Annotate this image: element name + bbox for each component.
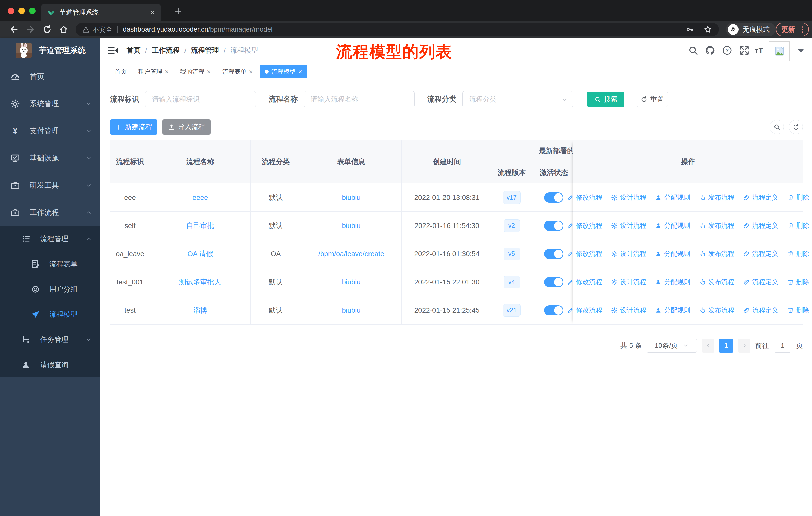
- sidebar-item-home[interactable]: 首页: [0, 63, 100, 90]
- prev-page-button[interactable]: [702, 338, 714, 353]
- page-size-select[interactable]: 10条/页: [647, 338, 697, 353]
- action-design[interactable]: 设计流程: [611, 306, 646, 315]
- goto-page-input[interactable]: [774, 338, 791, 353]
- version-tag[interactable]: v21: [503, 304, 521, 317]
- category-select[interactable]: 流程分类: [462, 91, 573, 107]
- process-name-input[interactable]: [304, 91, 414, 107]
- browser-tab[interactable]: 芋道管理系统 ×: [41, 3, 161, 21]
- browser-update-button[interactable]: 更新: [776, 23, 809, 36]
- action-assign[interactable]: 分配规则: [655, 221, 690, 230]
- fullscreen-icon[interactable]: [739, 45, 750, 56]
- sidebar-item-leave-query[interactable]: 请假查询: [0, 352, 100, 377]
- breadcrumb-item[interactable]: 首页: [126, 46, 141, 55]
- address-bar[interactable]: 不安全 dashboard.yudao.iocoder.cn/bpm/manag…: [76, 23, 719, 36]
- toggle-search-button[interactable]: [770, 120, 784, 134]
- sidebar-logo[interactable]: 芋道管理系统: [0, 38, 100, 63]
- form-link[interactable]: /bpm/oa/leave/create: [318, 250, 384, 258]
- sidebar-item-payment[interactable]: 支付管理: [0, 117, 100, 145]
- status-toggle[interactable]: [544, 277, 563, 287]
- sidebar-item-process-form[interactable]: 流程表单: [0, 251, 100, 277]
- action-definition[interactable]: 流程定义: [743, 278, 779, 287]
- action-delete[interactable]: 删除: [787, 249, 810, 258]
- form-link[interactable]: biubiu: [342, 278, 361, 286]
- tab-tenant[interactable]: 租户管理×: [134, 65, 173, 78]
- sidebar-item-infra[interactable]: 基础设施: [0, 145, 100, 172]
- action-publish[interactable]: 发布流程: [699, 221, 734, 230]
- close-icon[interactable]: ×: [298, 68, 302, 75]
- action-definition[interactable]: 流程定义: [743, 306, 779, 315]
- home-icon[interactable]: [59, 25, 68, 34]
- font-size-icon[interactable]: [754, 45, 765, 56]
- status-toggle[interactable]: [544, 192, 563, 202]
- search-button[interactable]: 搜索: [587, 92, 625, 107]
- action-edit[interactable]: 修改流程: [567, 249, 602, 258]
- window-minimize-button[interactable]: [18, 7, 25, 14]
- close-icon[interactable]: ×: [207, 68, 211, 75]
- action-publish[interactable]: 发布流程: [699, 193, 734, 202]
- password-key-icon[interactable]: [686, 25, 694, 34]
- avatar-caret-down-icon[interactable]: [798, 49, 804, 53]
- next-page-button[interactable]: [738, 338, 750, 353]
- action-definition[interactable]: 流程定义: [743, 221, 779, 230]
- action-definition[interactable]: 流程定义: [743, 249, 779, 258]
- help-icon[interactable]: [722, 45, 732, 56]
- form-link[interactable]: biubiu: [342, 193, 361, 201]
- action-design[interactable]: 设计流程: [611, 278, 646, 287]
- version-tag[interactable]: v17: [503, 191, 521, 204]
- action-design[interactable]: 设计流程: [611, 249, 646, 258]
- action-publish[interactable]: 发布流程: [699, 278, 734, 287]
- bookmark-star-icon[interactable]: [703, 25, 712, 34]
- status-toggle[interactable]: [544, 221, 563, 231]
- new-tab-button[interactable]: [174, 6, 183, 16]
- window-zoom-button[interactable]: [29, 7, 36, 14]
- header-search-icon[interactable]: [688, 45, 698, 56]
- version-tag[interactable]: v4: [504, 276, 520, 289]
- version-tag[interactable]: v2: [504, 219, 520, 232]
- forward-icon[interactable]: [26, 25, 35, 34]
- status-toggle[interactable]: [544, 305, 563, 316]
- close-icon[interactable]: ×: [165, 68, 169, 75]
- sidebar-item-process-model[interactable]: 流程模型: [0, 302, 100, 327]
- breadcrumb-item[interactable]: 流程管理: [191, 46, 219, 55]
- action-design[interactable]: 设计流程: [611, 221, 646, 230]
- process-id-input[interactable]: [145, 91, 256, 107]
- tab-close-icon[interactable]: ×: [150, 8, 154, 16]
- github-icon[interactable]: [705, 45, 715, 56]
- tab-my-process[interactable]: 我的流程×: [176, 65, 215, 78]
- refresh-table-button[interactable]: [789, 120, 803, 134]
- sidebar-collapse-icon[interactable]: [108, 45, 119, 56]
- tab-home[interactable]: 首页: [110, 65, 131, 78]
- action-delete[interactable]: 删除: [787, 221, 810, 230]
- action-edit[interactable]: 修改流程: [567, 193, 602, 202]
- action-design[interactable]: 设计流程: [611, 193, 646, 202]
- action-assign[interactable]: 分配规则: [655, 193, 690, 202]
- process-name-link[interactable]: eeee: [192, 193, 208, 201]
- version-tag[interactable]: v5: [504, 248, 520, 260]
- sidebar-item-user-group[interactable]: 用户分组: [0, 277, 100, 302]
- sidebar-item-process-manage[interactable]: 流程管理: [0, 226, 100, 251]
- breadcrumb-item[interactable]: 工作流程: [152, 46, 180, 55]
- action-definition[interactable]: 流程定义: [743, 193, 779, 202]
- create-process-button[interactable]: 新建流程: [110, 119, 157, 135]
- tab-process-form[interactable]: 流程表单×: [218, 65, 257, 78]
- action-assign[interactable]: 分配规则: [655, 306, 690, 315]
- sidebar-item-task-manage[interactable]: 任务管理: [0, 327, 100, 352]
- action-delete[interactable]: 删除: [787, 306, 810, 315]
- sidebar-item-system[interactable]: 系统管理: [0, 90, 100, 117]
- reset-button[interactable]: 重置: [637, 92, 668, 107]
- action-edit[interactable]: 修改流程: [567, 278, 602, 287]
- form-link[interactable]: biubiu: [342, 222, 361, 230]
- browser-menu-icon[interactable]: [802, 26, 804, 33]
- action-publish[interactable]: 发布流程: [699, 249, 734, 258]
- action-edit[interactable]: 修改流程: [567, 306, 602, 315]
- action-assign[interactable]: 分配规则: [655, 249, 690, 258]
- action-delete[interactable]: 删除: [787, 278, 810, 287]
- import-process-button[interactable]: 导入流程: [162, 119, 211, 135]
- tab-process-model[interactable]: 流程模型×: [260, 65, 307, 78]
- process-name-link[interactable]: 自己审批: [186, 221, 214, 230]
- form-link[interactable]: biubiu: [342, 306, 361, 315]
- current-page-button[interactable]: 1: [719, 338, 733, 353]
- reload-icon[interactable]: [42, 25, 52, 34]
- sidebar-item-workflow[interactable]: 工作流程: [0, 199, 100, 226]
- status-toggle[interactable]: [544, 249, 563, 259]
